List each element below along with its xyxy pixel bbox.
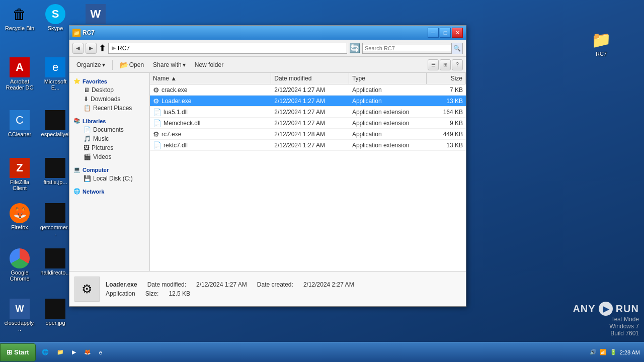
rc7-exe-name: rc7.exe: [162, 131, 181, 138]
sidebar-item-videos[interactable]: 🎬 Videos: [69, 152, 149, 161]
organize-chevron: ▾: [102, 61, 105, 68]
computer-icon: 💻: [73, 166, 80, 173]
organize-button[interactable]: Organize ▾: [72, 58, 109, 71]
search-input[interactable]: [363, 45, 451, 51]
anyrun-sub-1: Test Mode: [573, 316, 639, 323]
address-input[interactable]: ▶ RC7: [108, 43, 347, 54]
desktop-icon-especiallyel[interactable]: especiallyel: [38, 108, 73, 139]
sidebar-item-pictures[interactable]: 🖼 Pictures: [69, 143, 149, 152]
desktop-icon-chrome[interactable]: Google Chrome: [2, 246, 37, 284]
search-box: 🔍: [362, 43, 463, 54]
sidebar-section-libraries[interactable]: 📚 Libraries: [69, 116, 149, 125]
sidebar-item-desktop[interactable]: 🖥 Desktop: [69, 85, 149, 95]
open-label: Open: [129, 61, 144, 68]
sidebar-section-network[interactable]: 🌐 Network: [69, 186, 149, 196]
sidebar-item-music[interactable]: 🎵 Music: [69, 134, 149, 143]
help-button[interactable]: ?: [452, 59, 463, 70]
minimize-button[interactable]: ─: [428, 28, 439, 38]
taskbar-item-explorer[interactable]: 📁: [53, 344, 68, 360]
file-row-rc7-exe[interactable]: ⚙ rc7.exe 2/12/2024 1:28 AM Application …: [150, 129, 466, 140]
col-header-date[interactable]: Date modified: [271, 73, 349, 84]
status-info: Loader.exe Date modified: 2/12/2024 1:27…: [106, 281, 354, 297]
halldirector-label: halldirecto...: [40, 269, 70, 276]
view-icon-button[interactable]: ⊞: [440, 59, 451, 70]
sidebar-item-recent-places[interactable]: 📋 Recent Places: [69, 104, 149, 113]
restore-button[interactable]: □: [440, 28, 451, 38]
desktop-icon-firefox[interactable]: 🦊 Firefox: [2, 201, 37, 232]
open-button[interactable]: 📂 Open: [116, 58, 148, 71]
refresh-button[interactable]: 🔄: [349, 43, 360, 54]
ie-icon: 🌐: [42, 349, 49, 355]
file-list-header: Name ▲ Date modified Type Size: [150, 73, 466, 84]
desktop-icon-operjpg[interactable]: oper.jpg: [38, 297, 73, 328]
up-button[interactable]: ⬆: [99, 43, 106, 54]
taskbar-item-firefox[interactable]: 🦊: [80, 344, 95, 360]
desktop-icon-firstle[interactable]: firstle.jp...: [38, 156, 73, 187]
desktop-icon-word[interactable]: W: [78, 2, 113, 27]
edge-label: Microsoft E...: [40, 78, 71, 90]
desktop-icon-halldirector[interactable]: halldirecto...: [38, 246, 73, 278]
search-button[interactable]: 🔍: [451, 43, 462, 54]
status-row-1: Loader.exe Date modified: 2/12/2024 1:27…: [106, 281, 354, 288]
desktop-icon-skype[interactable]: S Skype: [38, 2, 73, 33]
taskbar-item-edge2[interactable]: e: [95, 344, 106, 360]
start-button[interactable]: ⊞ Start: [0, 343, 36, 361]
crack-exe-date: 2/12/2024 1:27 AM: [271, 85, 349, 95]
address-text: RC7: [118, 45, 130, 52]
window-title: RC7: [83, 29, 426, 36]
desktop-icon-ccleaner[interactable]: C CCleaner: [2, 108, 37, 139]
sidebar-section-favorites[interactable]: ⭐ Favorites: [69, 76, 149, 85]
forward-button[interactable]: ▶: [86, 43, 97, 54]
file-row-loader-exe[interactable]: ⚙ Loader.exe 2/12/2024 1:27 AM Applicati…: [150, 96, 466, 107]
rektc7-dll-type: Application extension: [349, 141, 427, 150]
share-with-button[interactable]: Share with ▾: [149, 58, 190, 71]
desktop-icon-acrobat[interactable]: A Acrobat Reader DC: [2, 55, 37, 93]
desktop-icon-rc7[interactable]: 📁 RC7: [584, 28, 619, 59]
address-bar: ◀ ▶ ⬆ ▶ RC7 🔄 🔍: [69, 40, 466, 57]
memcheck-dll-type: Application extension: [349, 119, 427, 128]
col-header-type[interactable]: Type: [349, 73, 427, 84]
desktop-icon-filezilla[interactable]: Z FileZilla Client: [2, 156, 37, 193]
file-row-memcheck-dll[interactable]: 📄 Memcheck.dll 2/12/2024 1:27 AM Applica…: [150, 118, 466, 129]
network-icon: 🌐: [73, 188, 80, 195]
desktop-icon-getcommer[interactable]: getcommer...: [38, 201, 73, 238]
new-folder-button[interactable]: New folder: [191, 58, 227, 71]
rc7-exe-size: 449 KB: [427, 130, 466, 139]
filezilla-label: FileZilla Client: [4, 179, 35, 191]
file-row-rektc7-dll[interactable]: 📄 rektc7.dll 2/12/2024 1:27 AM Applicati…: [150, 140, 466, 151]
status-size-label: Size:: [145, 290, 159, 297]
anyrun-watermark: ANY ▶ RUN Test Mode Windows 7 Build 7601: [573, 302, 639, 337]
desktop-icon-closedapply[interactable]: W closedapply...: [2, 297, 37, 334]
taskbar-item-ie[interactable]: 🌐: [38, 344, 53, 360]
desktop-icon-edge[interactable]: e Microsoft E...: [38, 55, 73, 93]
back-button[interactable]: ◀: [72, 43, 84, 54]
explorer-icon: 📁: [57, 349, 64, 355]
loader-exe-date: 2/12/2024 1:27 AM: [271, 97, 349, 106]
sidebar: ⭐ Favorites 🖥 Desktop ⬇ Downloads 📋 Rece…: [69, 73, 150, 271]
titlebar: 📁 RC7 ─ □ ✕: [69, 26, 466, 40]
videos-label: Videos: [93, 153, 111, 160]
chrome-label: Google Chrome: [4, 269, 35, 282]
sidebar-section-computer[interactable]: 💻 Computer: [69, 164, 149, 174]
file-row-crack-exe[interactable]: ⚙ crack.exe 2/12/2024 1:27 AM Applicatio…: [150, 84, 466, 96]
memcheck-dll-icon: 📄: [153, 119, 162, 127]
window-content: ⭐ Favorites 🖥 Desktop ⬇ Downloads 📋 Rece…: [69, 73, 466, 271]
status-type: Application: [106, 290, 135, 297]
desktop-icon-recycle-bin[interactable]: 🗑 Recycle Bin: [2, 2, 37, 33]
sidebar-item-local-disk[interactable]: 💾 Local Disk (C:): [69, 174, 149, 183]
status-bar: ⚙ Loader.exe Date modified: 2/12/2024 1:…: [69, 271, 466, 306]
videos-icon: 🎬: [84, 153, 91, 160]
col-header-name[interactable]: Name ▲: [150, 73, 271, 84]
downloads-label: Downloads: [91, 96, 120, 103]
anyrun-logo: ANY ▶ RUN: [573, 302, 639, 316]
close-button[interactable]: ✕: [452, 28, 463, 38]
view-list-button[interactable]: ☰: [428, 59, 439, 70]
taskbar-item-wmp[interactable]: ▶: [68, 344, 80, 360]
sidebar-item-documents[interactable]: 📄 Documents: [69, 125, 149, 134]
rc7-exe-date: 2/12/2024 1:28 AM: [271, 130, 349, 139]
file-row-lua51-dll[interactable]: 📄 lua5.1.dll 2/12/2024 1:27 AM Applicati…: [150, 107, 466, 118]
taskbar-clock[interactable]: 2:28 AM: [620, 349, 640, 355]
crack-exe-name: crack.exe: [162, 86, 187, 94]
sidebar-item-downloads[interactable]: ⬇ Downloads: [69, 95, 149, 104]
col-header-size[interactable]: Size: [427, 73, 466, 84]
